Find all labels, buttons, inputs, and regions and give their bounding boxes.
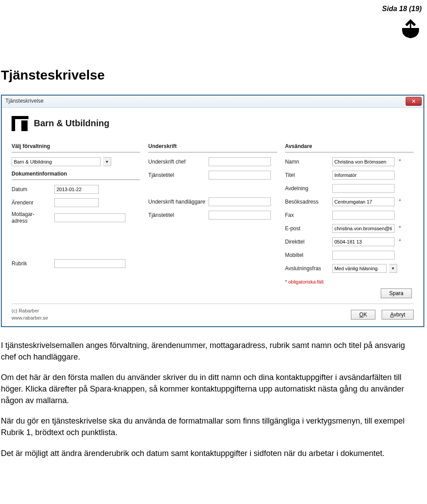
direkttel-input[interactable]	[332, 237, 395, 246]
besoksadress-label: Besöksadress	[285, 199, 330, 205]
chevron-down-icon[interactable]: ▾	[389, 264, 397, 273]
forvaltning-select[interactable]	[12, 157, 101, 166]
underskrift-handlaggare-label: Underskrift handläggare	[148, 199, 206, 205]
underskrift-chef-input[interactable]	[209, 157, 271, 166]
avslutningsfras-label: Avslutningsfras	[285, 265, 330, 272]
window-titlebar: Tjänsteskrivelse ✕	[2, 96, 423, 108]
section-underskrift: Underskrift	[148, 143, 277, 152]
document-heading: Tjänsteskrivelse	[1, 65, 427, 85]
window-title: Tjänsteskrivelse	[5, 97, 44, 105]
brand-logo-icon	[12, 116, 28, 131]
svg-rect-2	[12, 116, 15, 131]
column-underskrift: Underskrift Underskrift chef Tjänstetite…	[148, 140, 277, 298]
column-forvaltning: Välj förvaltning ▾ Dokumentinformation D…	[12, 140, 140, 298]
credit-line1: (c) Rabarber	[12, 308, 48, 315]
mottagaradress-input[interactable]	[54, 213, 125, 222]
mobiltel-input[interactable]	[332, 251, 395, 260]
epost-input[interactable]	[332, 224, 395, 233]
paragraph: I tjänsteskrivelsemallen anges förvaltni…	[1, 340, 409, 363]
required-indicator: *	[399, 238, 403, 245]
tjanstetitel2-label: Tjänstetitel	[148, 212, 206, 218]
close-button[interactable]: ✕	[406, 97, 422, 106]
municipality-shield-icon	[401, 17, 420, 39]
dialog-screenshot: Tjänsteskrivelse ✕ Barn & Utbildning Väl…	[1, 95, 424, 327]
credit-line2: www.rabarber.se	[12, 315, 48, 322]
rubrik-input[interactable]	[54, 259, 125, 268]
column-avsandare: Avsändare Namn * Titel Avdelning Besöksa…	[285, 140, 414, 298]
footer-credit: (c) Rabarber www.rabarber.se	[12, 308, 48, 322]
direkttel-label: Direkttel	[285, 239, 330, 245]
avdelning-label: Avdelning	[285, 185, 330, 192]
required-indicator: *	[399, 198, 403, 205]
arendenr-input[interactable]	[54, 198, 99, 207]
brand-title: Barn & Utbildning	[34, 117, 109, 130]
datum-label: Datum	[12, 186, 52, 192]
underskrift-handlaggare-input[interactable]	[209, 197, 271, 206]
datum-input[interactable]	[54, 185, 99, 194]
rubrik-label: Rubrik	[12, 260, 52, 267]
paragraph: Det är möjligt att ändra ärenderubrik oc…	[1, 448, 409, 459]
required-indicator: *	[399, 224, 403, 232]
section-dokumentinformation: Dokumentinformation	[12, 170, 140, 180]
svg-rect-3	[21, 120, 28, 131]
arendenr-label: Ärendenr	[12, 200, 52, 206]
page-number: Sida 18 (19)	[0, 0, 427, 14]
ok-button[interactable]: OK	[351, 310, 375, 320]
titel-label: Titel	[285, 172, 330, 178]
svg-rect-0	[410, 23, 411, 31]
besoksadress-input[interactable]	[332, 197, 395, 206]
avdelning-input[interactable]	[332, 184, 395, 193]
mottagaradress-label: Mottagar- adress	[12, 211, 52, 224]
titel-input[interactable]	[332, 171, 395, 180]
fax-input[interactable]	[332, 211, 395, 220]
namn-label: Namn	[285, 159, 330, 165]
mobiltel-label: Mobiltel	[285, 252, 330, 258]
spara-button[interactable]: Spara	[381, 288, 412, 298]
tjanstetitel2-input[interactable]	[209, 211, 271, 220]
required-indicator: *	[399, 158, 403, 165]
chevron-down-icon[interactable]: ▾	[103, 157, 111, 166]
epost-label: E-post	[285, 225, 330, 232]
namn-input[interactable]	[332, 157, 395, 166]
underskrift-chef-label: Underskrift chef	[148, 159, 206, 165]
paragraph: När du gör en tjänsteskrivelse ska du an…	[1, 415, 409, 438]
required-note: * obligatoriska fält	[285, 279, 414, 286]
avbryt-button[interactable]: Avbryt	[382, 310, 414, 320]
body-text: I tjänsteskrivelsemallen anges förvaltni…	[1, 340, 409, 459]
tjanstetitel1-label: Tjänstetitel	[148, 172, 206, 178]
paragraph: Om det här är den första mallen du använ…	[1, 372, 409, 406]
tjanstetitel1-input[interactable]	[209, 171, 271, 180]
section-valj-forvaltning: Välj förvaltning	[12, 143, 140, 152]
avslutningsfras-select[interactable]	[332, 264, 387, 273]
fax-label: Fax	[285, 212, 330, 218]
section-avsandare: Avsändare	[285, 143, 414, 152]
